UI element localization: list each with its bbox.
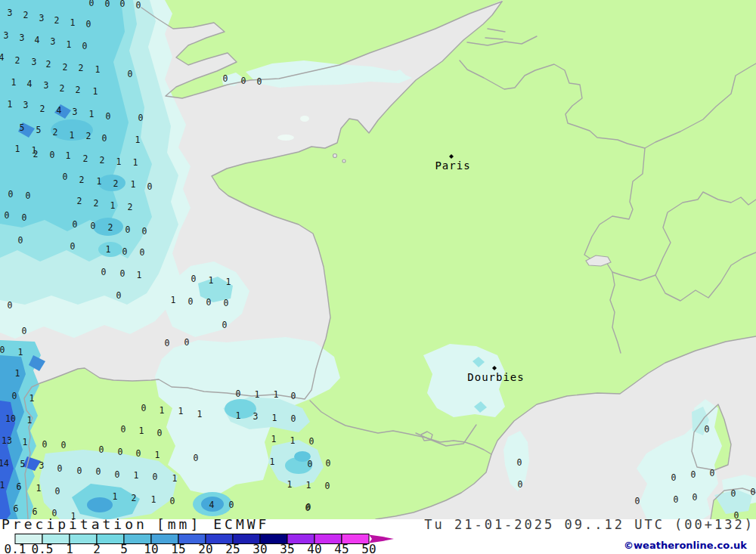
precip-value-label: 1 — [255, 389, 260, 400]
precip-value-label: 0 — [136, 448, 141, 459]
legend-colorbar: 0.10.5125101520253035404550 — [0, 534, 423, 554]
precip-value-label: 0 — [306, 502, 311, 512]
precip-value-label: 2 — [46, 59, 51, 70]
precip-value-label: 10 — [5, 413, 16, 424]
precip-value-label: 3 — [39, 13, 45, 23]
precip-value-label: 2 — [54, 15, 60, 26]
lake-speck — [277, 135, 294, 141]
precip-value-label: 0 — [138, 113, 144, 123]
precip-value-label: 1 — [11, 77, 17, 88]
precip-value-label: 0 — [710, 468, 715, 478]
precip-value-label: 2 — [40, 104, 45, 114]
precip-value-label: 1 — [135, 135, 141, 145]
precip-value-label: 1 — [36, 483, 42, 494]
precip-value-label: 0 — [731, 488, 736, 499]
precip-value-label: 5 — [20, 122, 25, 133]
precip-value-label: 0 — [194, 453, 199, 463]
precip-value-label: 1 — [160, 405, 165, 416]
precip-value-label: 0 — [8, 189, 14, 200]
legend-tick-label: 50 — [361, 542, 376, 554]
precip-value-label: 1 — [306, 480, 311, 491]
precip-value-label: 0 — [517, 457, 522, 468]
precip-value-label: 1 — [287, 479, 293, 490]
legend-tick-label: 1 — [66, 542, 73, 554]
precip-value-label: 3 — [23, 100, 29, 110]
precip-value-label: 0 — [55, 486, 60, 497]
precip-value-label: 0 — [12, 391, 17, 401]
precip-value-label: 0 — [157, 428, 163, 438]
precip-value-label: 1 — [15, 368, 20, 379]
precip-value-label: 0 — [5, 210, 10, 221]
precip-value-label: 2 — [128, 202, 133, 212]
precip-value-label: 0 — [224, 298, 229, 308]
precip-value-label: 3 — [51, 36, 56, 47]
precip-value-label: 0 — [125, 224, 131, 235]
precip-value-label: 0 — [140, 247, 145, 258]
precip-value-label: 1 — [134, 470, 139, 481]
precip-value-label: 4 — [209, 500, 215, 510]
precip-value-label: 0 — [8, 300, 13, 311]
precip-value-label: 1 — [272, 413, 277, 423]
precip-value-label: 6 — [14, 503, 19, 514]
precip-value-label: 0 — [147, 181, 153, 192]
precip-value-label: 2 — [23, 10, 29, 20]
precip-value-label: 2 — [108, 222, 113, 233]
precip-value-label: 1 — [27, 415, 33, 426]
precip-value-label: 0 — [102, 133, 107, 144]
precip-value-label: 0 — [705, 424, 710, 435]
city-label: Paris — [435, 159, 470, 172]
precip-value-label: 1 — [18, 347, 23, 357]
precip-value-label: 1 — [113, 491, 118, 502]
legend-tick-label: 5 — [120, 542, 128, 554]
precip-value-label: 2 — [53, 127, 58, 138]
precip-value-label: 3 — [253, 411, 259, 422]
precip-value-label: 2 — [86, 131, 91, 141]
precip-value-label: 1 — [15, 144, 20, 154]
precip-value-label: 2 — [94, 198, 99, 209]
precip-value-label: 0 — [153, 472, 158, 482]
precip-value-label: 5 — [36, 125, 42, 135]
legend-tick-label: 0.1 — [5, 542, 26, 554]
precip-value-label: 1 — [8, 99, 13, 110]
precip-value-label: 6 — [17, 481, 22, 492]
precip-value-label: 0 — [82, 41, 88, 51]
precip-value-label: 1 — [93, 86, 98, 97]
precip-value-label: 6 — [33, 506, 38, 517]
precip-value-label: 3 — [20, 32, 25, 43]
precip-value-label: 0 — [291, 413, 296, 424]
precip-value-label: 1 — [67, 39, 72, 50]
precip-value-label: 13 — [2, 435, 12, 446]
precip-value-label: 0 — [22, 212, 27, 223]
precip-value-label: 0 — [325, 481, 330, 491]
precip-value-label: 3 — [39, 460, 45, 471]
precip-value-label: 0 — [26, 190, 31, 201]
precip-value-label: 1 — [70, 130, 75, 141]
precip-value-label: 0 — [57, 463, 63, 474]
precip-value-label: 4 — [57, 105, 62, 116]
precip-value-label: 0 — [309, 436, 314, 447]
precip-value-label: 1 — [89, 109, 94, 119]
precip-value-label: 5 — [20, 459, 26, 469]
legend-tick-label: 15 — [171, 542, 185, 554]
precip-value-label: 2 — [132, 493, 137, 503]
precip-value-label: 0 — [118, 447, 123, 457]
precip-value-label: 0 — [70, 241, 76, 252]
precip-value-label: 0 — [89, 0, 94, 8]
precip-value-label: 3 — [8, 8, 13, 18]
weather-map: 0000323210334310423222101432211324310055… — [0, 0, 756, 520]
legend-footer: Precipitation[mm]ECMWF Tu 21-01-2025 09.… — [0, 519, 756, 554]
precip-value-label: 0 — [22, 326, 27, 336]
precip-value-label: 0 — [206, 297, 212, 308]
precip-value-label: 1 — [197, 409, 203, 419]
city-label: Dourbies — [467, 371, 524, 383]
precip-value-label: 2 — [79, 175, 85, 185]
precip-value-label: 1 — [155, 450, 160, 460]
precip-value-label: 0 — [77, 466, 82, 476]
legend-tick-label: 0.5 — [32, 542, 54, 554]
precip-value-label: 0 — [229, 500, 234, 510]
precip-value-label: 0 — [63, 172, 68, 182]
precip-spot — [87, 497, 113, 512]
precip-value-label: 2 — [60, 83, 65, 94]
copyright-link[interactable]: ©weatheronline.co.uk — [624, 540, 747, 551]
legend-tick-label: 45 — [334, 542, 349, 554]
